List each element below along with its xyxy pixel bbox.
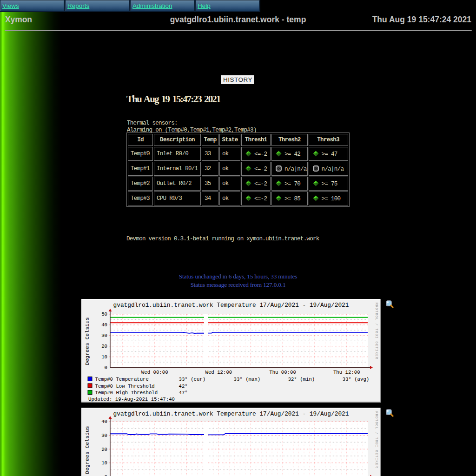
svg-text:Degrees Celsius: Degrees Celsius <box>84 426 90 474</box>
svg-text:Temp#0 High Threshold: Temp#0 High Threshold <box>95 390 158 396</box>
svg-text:Thu 00:00: Thu 00:00 <box>269 370 296 375</box>
svg-text:Temp#0 Low Threshold: Temp#0 Low Threshold <box>95 383 155 389</box>
svg-text:RRDTOOL / TOBI OETIKER: RRDTOOL / TOBI OETIKER <box>375 411 378 468</box>
svg-text:33° (cur): 33° (cur) <box>179 377 206 382</box>
svg-text:33° (avg): 33° (avg) <box>343 377 370 382</box>
svg-text:Wed 12:00: Wed 12:00 <box>205 370 232 375</box>
svg-text:Updated: 19-Aug-2021 15:47:40: Updated: 19-Aug-2021 15:47:40 <box>88 397 175 402</box>
svg-text:0: 0 <box>105 365 107 370</box>
svg-text:Degrees Celsius: Degrees Celsius <box>84 317 90 365</box>
svg-text:40: 40 <box>101 322 107 328</box>
svg-text:gvatgdlro1.ubiin.tranet.work T: gvatgdlro1.ubiin.tranet.work Temperature… <box>113 302 349 309</box>
svg-text:0: 0 <box>105 474 107 476</box>
svg-text:50: 50 <box>101 311 107 317</box>
svg-text:30: 30 <box>101 333 107 338</box>
svg-text:Thu 12:00: Thu 12:00 <box>333 370 360 375</box>
svg-text:32° (min): 32° (min) <box>288 377 315 382</box>
svg-text:40: 40 <box>101 419 107 424</box>
svg-text:Temp#0 Temperature: Temp#0 Temperature <box>95 377 149 382</box>
svg-text:10: 10 <box>101 354 107 360</box>
svg-text:20: 20 <box>101 447 107 452</box>
svg-text:10: 10 <box>101 460 107 466</box>
svg-text:RRDTOOL / TOBI OETIKER: RRDTOOL / TOBI OETIKER <box>375 303 378 359</box>
svg-text:30: 30 <box>101 433 107 438</box>
svg-text:Wed 00:00: Wed 00:00 <box>141 370 168 375</box>
svg-text:gvatgdlro1.ubiin.tranet.work T: gvatgdlro1.ubiin.tranet.work Temperature… <box>113 410 349 417</box>
svg-text:42°: 42° <box>179 383 188 389</box>
svg-text:47°: 47° <box>179 390 188 396</box>
svg-text:33° (max): 33° (max) <box>234 377 261 382</box>
svg-text:20: 20 <box>101 344 107 349</box>
